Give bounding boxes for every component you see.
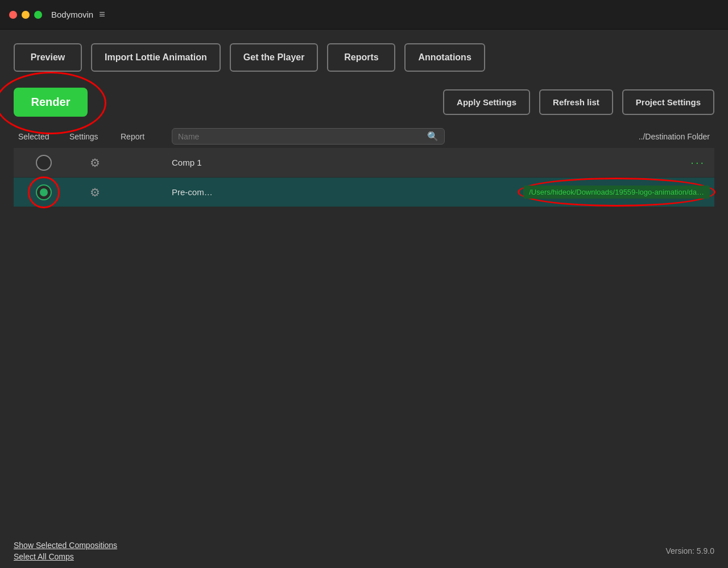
comp1-name: Comp 1 — [172, 158, 690, 167]
render-button-wrapper: Render — [14, 88, 88, 117]
apply-settings-button[interactable]: Apply Settings — [443, 89, 530, 115]
maximize-button[interactable] — [34, 11, 42, 19]
col-header-name: 🔍 — [172, 128, 596, 145]
table-row: ⚙ Pre-com… /Users/hideok/Downloads/19559… — [14, 178, 714, 207]
name-search-box[interactable]: 🔍 — [172, 128, 445, 145]
preview-button[interactable]: Preview — [14, 43, 82, 72]
precomp-settings-icon[interactable]: ⚙ — [69, 186, 121, 199]
precomp-select-wrapper — [36, 184, 52, 200]
traffic-lights — [9, 11, 42, 19]
get-player-button[interactable]: Get the Player — [230, 43, 318, 72]
search-input[interactable] — [178, 132, 427, 141]
table-row: ⚙ Comp 1 ··· — [14, 148, 714, 178]
precomp-destination-path[interactable]: /Users/hideok/Downloads/19559-logo-anima… — [523, 186, 710, 199]
composition-list: ⚙ Comp 1 ··· ⚙ Pre-com… /Users/hideok/Do… — [14, 148, 714, 207]
column-headers: Selected Settings Report 🔍 ../Destinatio… — [14, 128, 714, 145]
comp1-dots-menu[interactable]: ··· — [690, 156, 710, 169]
precomp-name: Pre-com… — [172, 187, 523, 197]
col-header-report: Report — [121, 132, 172, 141]
project-settings-button[interactable]: Project Settings — [622, 89, 714, 115]
import-lottie-button[interactable]: Import Lottie Animation — [91, 43, 221, 72]
search-icon: 🔍 — [427, 131, 439, 142]
bottom-links: Show Selected Compositions Select All Co… — [14, 541, 117, 561]
action-row: Render Apply Settings Refresh list Proje… — [14, 88, 714, 117]
annotations-button[interactable]: Annotations — [404, 43, 485, 72]
titlebar: Bodymovin ≡ — [0, 0, 728, 30]
reports-button[interactable]: Reports — [327, 43, 395, 72]
show-selected-compositions-link[interactable]: Show Selected Compositions — [14, 541, 117, 550]
comp1-select-toggle[interactable] — [36, 155, 52, 171]
top-buttons-row: Preview Import Lottie Animation Get the … — [14, 43, 714, 72]
minimize-button[interactable] — [22, 11, 30, 19]
main-content: Preview Import Lottie Animation Get the … — [0, 30, 728, 207]
render-button[interactable]: Render — [14, 88, 88, 117]
bottom-bar: Show Selected Compositions Select All Co… — [0, 534, 728, 568]
select-all-comps-link[interactable]: Select All Comps — [14, 552, 117, 561]
precomp-path-wrapper: /Users/hideok/Downloads/19559-logo-anima… — [523, 186, 710, 199]
close-button[interactable] — [9, 11, 17, 19]
precomp-select-toggle[interactable] — [36, 184, 52, 200]
precomp-checkbox-cell — [18, 184, 69, 200]
col-header-settings: Settings — [69, 132, 121, 141]
app-title: Bodymovin — [51, 10, 93, 19]
version-label: Version: 5.9.0 — [665, 546, 714, 555]
col-header-destination: ../Destination Folder — [596, 132, 710, 141]
menu-icon[interactable]: ≡ — [99, 9, 105, 20]
refresh-list-button[interactable]: Refresh list — [539, 89, 613, 115]
comp1-settings-icon[interactable]: ⚙ — [69, 156, 121, 170]
col-header-selected: Selected — [18, 132, 69, 141]
comp1-checkbox-cell — [18, 155, 69, 171]
